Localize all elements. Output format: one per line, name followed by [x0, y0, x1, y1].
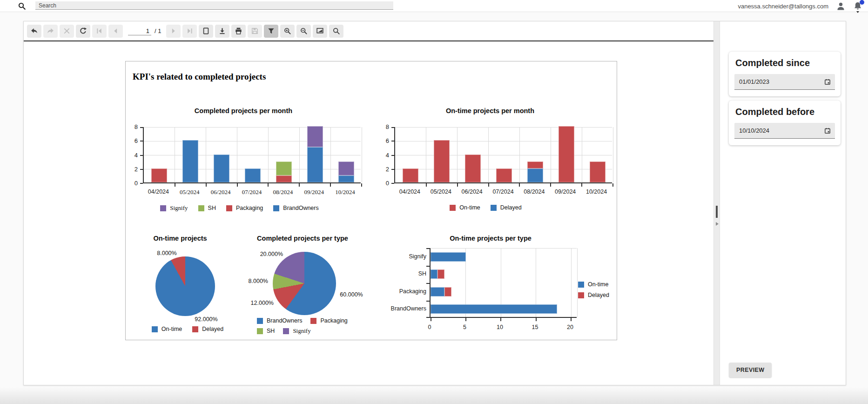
- plot-area: [430, 248, 577, 318]
- zoom-in-icon: [283, 27, 291, 35]
- panel-splitter[interactable]: [713, 21, 720, 385]
- bar-segment: [437, 269, 444, 279]
- date-input-completed-before[interactable]: [739, 123, 818, 138]
- user-icon[interactable]: [836, 1, 846, 11]
- legend-item: Delayed: [192, 326, 223, 332]
- legend-label: Delayed: [588, 292, 609, 298]
- notification-badge: [860, 0, 864, 5]
- y-axis-label: 8: [124, 123, 138, 130]
- bar-segment: [151, 168, 167, 182]
- filter-icon: [267, 27, 275, 35]
- bar-segment: [431, 304, 557, 314]
- chart-title: On-time projects: [110, 235, 250, 242]
- chart-legend: On-timeDelayed: [578, 281, 609, 298]
- cancel-button: [60, 25, 74, 38]
- search-document-button[interactable]: [329, 25, 343, 38]
- splitter-handle[interactable]: [716, 206, 718, 218]
- x-axis-label: 07/2024: [488, 189, 518, 195]
- chart-legend: BrandOwnersPackagingSHSignify: [257, 317, 368, 335]
- calendar-icon[interactable]: [824, 78, 831, 88]
- bar-segment: [338, 175, 354, 182]
- legend-item: Delayed: [491, 204, 522, 211]
- back-icon: [30, 27, 38, 35]
- zoom-out-icon: [300, 27, 308, 35]
- legend-label: On-time: [161, 326, 182, 332]
- filter-button[interactable]: [264, 25, 278, 38]
- bar-segment: [496, 168, 512, 182]
- legend-swatch: [192, 326, 198, 332]
- y-axis-label: 4: [375, 152, 389, 159]
- calendar-icon[interactable]: [824, 127, 831, 136]
- bar-segment: [434, 140, 450, 182]
- gridline: [488, 127, 489, 182]
- category-label: SH: [384, 270, 426, 277]
- bell-icon[interactable]: [853, 1, 862, 11]
- x-axis-label: 0: [415, 324, 444, 330]
- axis-tick: [361, 183, 362, 187]
- x-axis-label: 08/2024: [519, 189, 549, 195]
- search-input[interactable]: [35, 1, 393, 10]
- page-number-input[interactable]: [128, 27, 151, 35]
- viewer-main-column: / 1 KPI's related to completed projects …: [24, 21, 713, 385]
- zoom-out-button[interactable]: [296, 25, 311, 38]
- print-button[interactable]: [231, 25, 246, 38]
- axis-tick: [391, 141, 394, 141]
- bar-segment: [527, 168, 543, 182]
- y-axis-label: 6: [375, 137, 389, 144]
- bar-segment: [276, 162, 292, 175]
- forward-icon: [47, 27, 54, 35]
- single-page-view-button[interactable]: [199, 25, 213, 38]
- axis-tick: [391, 155, 394, 156]
- bar-segment: [527, 162, 543, 168]
- gridline: [362, 127, 362, 182]
- bar-segment: [431, 287, 444, 296]
- report-canvas: KPI's related to completed projects Comp…: [24, 41, 713, 385]
- pie-graphic: [273, 252, 336, 315]
- cancel-icon: [63, 27, 71, 35]
- bar-segment: [182, 140, 198, 182]
- axis-tick: [571, 318, 572, 321]
- legend-swatch: [450, 205, 456, 211]
- splitter-collapse-arrow-icon[interactable]: [716, 222, 719, 226]
- download-button[interactable]: [215, 25, 229, 38]
- bar-segment: [276, 175, 292, 182]
- forward-button: [43, 25, 58, 38]
- last-page-icon: [186, 27, 194, 35]
- back-button[interactable]: [27, 25, 41, 38]
- axis-tick: [140, 155, 143, 156]
- axis-tick: [330, 183, 331, 187]
- prev-page-icon: [112, 27, 120, 35]
- footer-gradient: [0, 387, 868, 404]
- page-navigation-box: / 1: [128, 27, 161, 35]
- refresh-button[interactable]: [76, 25, 90, 38]
- prev-page-button: [108, 25, 123, 38]
- legend-swatch: [257, 318, 263, 324]
- single-page-icon: [202, 27, 210, 35]
- axis-tick: [140, 169, 143, 170]
- fit-page-button[interactable]: [313, 25, 327, 38]
- x-axis-label: 05/2024: [175, 189, 204, 196]
- legend-swatch: [578, 292, 584, 298]
- y-axis-label: 2: [375, 166, 389, 173]
- pie-graphic: [155, 256, 215, 316]
- category-label: Packaging: [384, 288, 426, 295]
- plot-area: [143, 127, 361, 183]
- date-input-completed-since[interactable]: [739, 74, 818, 89]
- legend-label: BrandOwners: [283, 205, 318, 211]
- search-doc-icon: [332, 27, 340, 35]
- legend-swatch: [491, 205, 497, 211]
- x-axis-label: 10: [485, 324, 515, 330]
- print-icon: [235, 27, 242, 35]
- chart-on-time-projects-per-type: On-time projects per type05101520Signify…: [386, 233, 621, 340]
- gridline: [551, 127, 551, 182]
- legend-label: BrandOwners: [267, 317, 302, 324]
- chart-title: On-time projects per type: [398, 235, 583, 242]
- preview-button[interactable]: PREVIEW: [729, 363, 772, 377]
- zoom-in-button[interactable]: [280, 25, 295, 38]
- save-button: [248, 25, 262, 38]
- x-axis-label: 15: [520, 324, 550, 330]
- bar-segment: [307, 147, 323, 182]
- gridline: [175, 127, 175, 182]
- report-viewer: / 1 KPI's related to completed projects …: [23, 21, 846, 385]
- gridline: [144, 127, 361, 128]
